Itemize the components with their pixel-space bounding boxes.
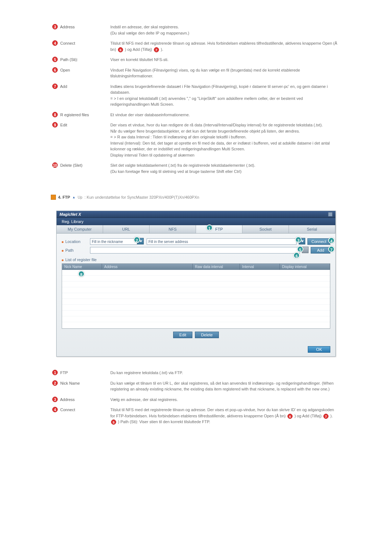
dialog-title-text: MagicNet X <box>60 212 81 216</box>
list-label: List of register file <box>65 258 97 262</box>
path-label: Path <box>65 248 74 252</box>
up-arrow-icon: ▲ <box>72 195 75 199</box>
subtab-socket[interactable]: Socket <box>242 225 289 233</box>
definition-row: 3 AddressIndstil en adresse, der skal re… <box>51 22 341 38</box>
definition-description: Viser en korrekt tilsluttet NFS-sti. <box>109 54 341 65</box>
marker-4: 4 <box>328 237 335 244</box>
ok-button[interactable]: OK <box>308 346 330 353</box>
number-badge: 3 <box>52 397 58 402</box>
definition-label: Connect <box>60 408 75 412</box>
definition-row: 8 R egistered filesEt vindue der viser d… <box>51 110 341 120</box>
grid-body[interactable]: 8 <box>62 270 330 327</box>
definition-row: 1 FTPDu kan registrere tekstdata (.txt) … <box>51 368 341 378</box>
definition-description: Du kan vælge et tilnavn til en UR L, der… <box>109 378 341 394</box>
definition-description: Vinduet File Navigation (Filnavigering) … <box>109 65 341 81</box>
definition-label: Delete (Slet) <box>60 163 82 167</box>
subtab-ftp[interactable]: FTP1 <box>196 225 242 233</box>
definition-label: Path (Sti): <box>60 57 78 62</box>
number-badge: 1 <box>52 370 58 375</box>
definition-row: 4 ConnectTilslut til NFS med det registr… <box>51 38 341 54</box>
tab-reg-library[interactable]: Reg. Library <box>57 218 89 225</box>
marker-7: 7 <box>328 246 335 252</box>
number-badge: 10 <box>52 162 58 168</box>
definition-description: Et vindue der viser databaseinformatione… <box>109 110 341 120</box>
section-header-ftp: 4. FTP ▲ Up : Kun understøttelse for Syn… <box>51 195 341 200</box>
definition-label: Add <box>60 84 67 89</box>
section-icon <box>51 195 56 200</box>
dialog-titlebar: MagicNet X <box>57 211 335 218</box>
main-tab-row: Reg. Library <box>57 218 335 225</box>
number-badge: 4 <box>52 407 58 412</box>
subtab-nfs[interactable]: NFS <box>150 225 196 233</box>
register-library-dialog: MagicNet X Reg. Library My ComputerURLNF… <box>56 211 336 357</box>
grid-col-header[interactable]: Interval <box>240 264 280 270</box>
edit-button[interactable]: Edit <box>173 332 192 338</box>
nickname-input[interactable] <box>90 238 137 245</box>
path-input[interactable] <box>90 247 300 254</box>
definition-row: 10 Delete (Slet)Slet det valgte tekstdat… <box>51 160 341 177</box>
sub-tab-row: My ComputerURLNFSFTP1SocketSerial <box>57 225 335 234</box>
section-note: : Kun understøttelse for SyncMaster 320P… <box>85 195 199 199</box>
definition-label: Connect <box>60 41 75 45</box>
location-label: Location <box>65 239 81 244</box>
number-badge: 2 <box>52 380 58 386</box>
connect-button[interactable]: Connect <box>307 238 330 245</box>
registered-files-grid: Nick NameAddressRaw data intervalInterva… <box>62 263 330 329</box>
definition-row: 4 ConnectTilslut til NFS med det registr… <box>51 405 341 427</box>
number-badge: 9 <box>52 122 58 127</box>
grid-action-buttons: Edit Delete <box>62 332 330 338</box>
subtab-serial[interactable]: Serial <box>289 225 335 233</box>
definition-label: Address <box>60 397 74 402</box>
close-icon[interactable] <box>328 212 332 216</box>
definition-description: Slet det valgte tekstdataelement (.txt) … <box>109 160 341 177</box>
definition-row: 5 Path (Sti):Viser en korrekt tilsluttet… <box>51 54 341 65</box>
definition-row: 6 OpenVinduet File Navigation (Filnavige… <box>51 65 341 81</box>
definition-description: Tilslut til NFS med det registrerede til… <box>109 38 341 54</box>
number-badge: 3 <box>52 24 58 29</box>
definition-label: Open <box>60 68 70 72</box>
definition-label: Nick Name <box>60 381 80 385</box>
grid-col-header[interactable]: Address <box>102 264 193 270</box>
subtab-my-computer[interactable]: My Computer <box>57 225 103 233</box>
up-link[interactable]: Up <box>78 195 82 199</box>
definition-row: 7 AddIndlæs stiens brugerdefinerede data… <box>51 81 341 110</box>
definition-table-bottom: 1 FTPDu kan registrere tekstdata (.txt) … <box>51 368 341 427</box>
definition-description: Indstil en adresse, der skal registreres… <box>109 22 341 38</box>
definition-label: FTP <box>60 370 68 375</box>
number-badge: 7 <box>52 84 58 89</box>
definition-row: 2 Nick NameDu kan vælge et tilnavn til e… <box>51 378 341 394</box>
section-title: 4. FTP <box>58 195 70 199</box>
definition-description: Vælg en adresse, der skal registreres. <box>109 394 341 405</box>
grid-col-header[interactable]: Display interval <box>280 264 330 270</box>
add-button[interactable]: Add <box>311 247 330 254</box>
definition-description: Tilslut til NFS med det registrerede til… <box>109 405 341 427</box>
location-row: Location 2 3 Connect 4 <box>62 238 330 245</box>
number-badge: 6 <box>52 67 58 73</box>
delete-button[interactable]: Delete <box>195 332 219 338</box>
number-badge: 4 <box>52 40 58 46</box>
definition-row: 3 AddressVælg en adresse, der skal regis… <box>51 394 341 405</box>
marker-2: 2 <box>134 236 140 243</box>
grid-col-header[interactable]: Nick Name <box>62 264 102 270</box>
definition-description: Der vises et vindue, hvor du kan rediger… <box>109 120 341 160</box>
definition-row: 9 EditDer vises et vindue, hvor du kan r… <box>51 120 341 160</box>
address-input[interactable] <box>147 238 297 245</box>
definition-label: R egistered files <box>60 113 89 117</box>
grid-col-header[interactable]: Raw data interval <box>193 264 240 270</box>
subtab-url[interactable]: URL <box>103 225 150 233</box>
marker-8: 8 <box>78 271 85 277</box>
definition-description: Indlæs stiens brugerdefinerede datasæt i… <box>109 81 341 110</box>
number-badge: 5 <box>52 57 58 62</box>
definition-table-top: 3 AddressIndstil en adresse, der skal re… <box>51 22 341 177</box>
definition-description: Du kan registrere tekstdata (.txt) via F… <box>109 368 341 378</box>
marker-3: 3 <box>295 236 302 243</box>
definition-label: Address <box>60 25 74 29</box>
number-badge: 8 <box>52 112 58 117</box>
marker-1: 1 <box>206 224 213 231</box>
definition-label: Edit <box>60 123 67 127</box>
path-row: Path 5 Add 7 6 <box>62 247 330 254</box>
